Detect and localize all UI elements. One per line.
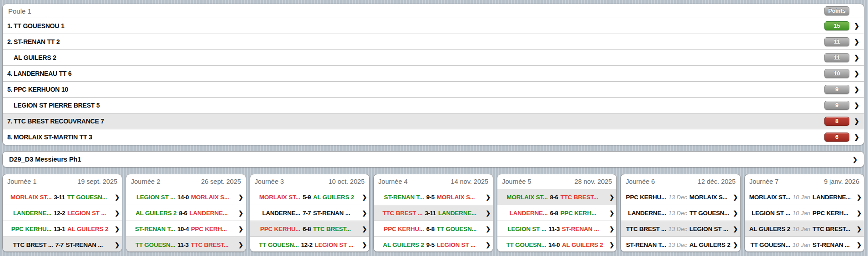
round-date: 12 déc. 2025 <box>698 178 736 185</box>
standings-row[interactable]: 4.LANDERNEAU TT 610❯ <box>3 65 864 81</box>
standings-row[interactable]: 8.MORLAIX ST-MARTIN TT 36❯ <box>3 129 864 145</box>
standings-row[interactable]: AL GUILERS 211❯ <box>3 49 864 65</box>
home-team: PPC KERHU... <box>377 226 424 232</box>
match-row[interactable]: LANDERNE...6-8PPC KERH...❯ <box>497 205 616 221</box>
chevron-right-icon[interactable]: ❯ <box>484 210 491 217</box>
team-name: PPC KERHUON 10 <box>13 86 68 93</box>
match-row[interactable]: LEGION ST ...14-0MORLAIX S...❯ <box>126 189 245 205</box>
round-title: Journée 7 <box>749 178 779 185</box>
home-team: AL GUILERS 2 <box>129 210 177 217</box>
chevron-right-icon[interactable]: ❯ <box>853 156 858 163</box>
match-score: 8-6 <box>548 194 560 201</box>
away-team: AL GUILERS 2 <box>313 194 360 201</box>
match-row[interactable]: LEGION ST ...10 JanPPC KERH...❯ <box>745 205 864 221</box>
chevron-right-icon[interactable]: ❯ <box>731 226 738 232</box>
chevron-right-icon[interactable]: ❯ <box>855 194 862 201</box>
home-team: ST-RENAN T... <box>377 194 424 201</box>
match-date: 13 Dec <box>666 226 689 232</box>
chevron-right-icon[interactable]: ❯ <box>237 241 243 248</box>
match-row[interactable]: TTC BREST ...7-7ST-RENAN ...❯ <box>3 236 122 252</box>
match-row[interactable]: LANDERNE...7-7ST-RENAN ...❯ <box>250 205 369 221</box>
chevron-right-icon[interactable]: ❯ <box>849 118 864 125</box>
home-team: TTC BREST ... <box>377 210 423 217</box>
match-row[interactable]: TT GOUESN...12-2LEGION ST ...❯ <box>250 236 369 252</box>
chevron-right-icon[interactable]: ❯ <box>731 194 738 201</box>
team-name: LEGION ST PIERRE BREST 5 <box>13 102 100 109</box>
away-team: ST-RENAN ... <box>813 241 855 248</box>
standings-row[interactable]: 1.TT GOUESNOU 115❯ <box>3 18 864 34</box>
chevron-right-icon[interactable]: ❯ <box>607 241 614 248</box>
match-row[interactable]: ST-RENAN T...13 DecAL GUILERS 2❯ <box>621 236 740 252</box>
chevron-right-icon[interactable]: ❯ <box>849 102 864 109</box>
standings-row[interactable]: 5.PPC KERHUON 109❯ <box>3 81 864 97</box>
away-team: ST-RENAN ... <box>313 210 360 217</box>
match-row[interactable]: MORLAIX ST...3-11TT GOUESN...❯ <box>3 189 122 205</box>
chevron-right-icon[interactable]: ❯ <box>607 210 614 217</box>
chevron-right-icon[interactable]: ❯ <box>237 226 243 232</box>
chevron-right-icon[interactable]: ❯ <box>849 22 864 30</box>
chevron-right-icon[interactable]: ❯ <box>849 38 864 45</box>
standings-row[interactable]: LEGION ST PIERRE BREST 59❯ <box>3 97 864 113</box>
match-row[interactable]: LEGION ST ...11-3ST-RENAN ...❯ <box>497 221 616 236</box>
match-row[interactable]: TTC BREST ...13 DecLEGION ST ...❯ <box>621 221 740 236</box>
chevron-right-icon[interactable]: ❯ <box>849 54 864 61</box>
division-card[interactable]: D29_D3 Messieurs Ph1 ❯ <box>2 151 864 167</box>
match-row[interactable]: AL GUILERS 210 JanTTC BREST...❯ <box>745 221 864 236</box>
match-row[interactable]: MORLAIX ST...8-6TTC BREST...❯ <box>497 189 616 205</box>
chevron-right-icon[interactable]: ❯ <box>849 86 864 93</box>
away-team: LEGION ST ... <box>315 241 360 248</box>
match-row[interactable]: TT GOUESN...14-0AL GUILERS 2❯ <box>497 236 616 252</box>
match-row[interactable]: PPC KERHU...6-8TT GOUESN...❯ <box>374 221 493 236</box>
home-team: TT GOUESN... <box>748 241 790 248</box>
chevron-right-icon[interactable]: ❯ <box>855 210 862 217</box>
points-badge: 8 <box>824 117 849 126</box>
chevron-right-icon[interactable]: ❯ <box>113 210 119 217</box>
round-date: 14 nov. 2025 <box>451 178 488 185</box>
match-row[interactable]: MORLAIX ST...5-9AL GUILERS 2❯ <box>250 189 369 205</box>
chevron-right-icon[interactable]: ❯ <box>607 194 614 201</box>
match-row[interactable]: LANDERNE...12-2LEGION ST ...❯ <box>3 205 122 221</box>
chevron-right-icon[interactable]: ❯ <box>849 133 864 141</box>
match-row[interactable]: MORLAIX ST...10 JanLANDERNE...❯ <box>745 189 864 205</box>
match-row[interactable]: PPC KERHU...6-8TTC BREST...❯ <box>250 221 369 236</box>
away-team: LEGION ST ... <box>67 210 113 217</box>
chevron-right-icon[interactable]: ❯ <box>484 194 491 201</box>
chevron-right-icon[interactable]: ❯ <box>113 241 119 248</box>
chevron-right-icon[interactable]: ❯ <box>360 226 367 232</box>
round-card: Journée 79 janv. 2026MORLAIX ST...10 Jan… <box>744 174 864 252</box>
rank-label: 5. <box>3 86 13 93</box>
chevron-right-icon[interactable]: ❯ <box>849 70 864 77</box>
chevron-right-icon[interactable]: ❯ <box>237 194 243 201</box>
chevron-right-icon[interactable]: ❯ <box>237 210 243 217</box>
points-badge: 9 <box>824 101 849 110</box>
match-row[interactable]: ST-RENAN T...10-4PPC KERH...❯ <box>126 221 245 236</box>
match-row[interactable]: PPC KERHU...13-1AL GUILERS 2❯ <box>3 221 122 236</box>
match-score: 7-7 <box>300 210 313 217</box>
match-row[interactable]: TT GOUESN...10 JanST-RENAN ...❯ <box>745 236 864 252</box>
match-row[interactable]: ST-RENAN T...9-5MORLAIX S...❯ <box>374 189 493 205</box>
away-team: TTC BREST... <box>313 226 360 232</box>
match-score: 10-4 <box>175 226 191 232</box>
chevron-right-icon[interactable]: ❯ <box>855 226 862 232</box>
home-team: AL GUILERS 2 <box>748 226 790 232</box>
standings-row[interactable]: 7.TTC BREST RECOUVRANCE 78❯ <box>3 113 864 129</box>
chevron-right-icon[interactable]: ❯ <box>113 194 119 201</box>
chevron-right-icon[interactable]: ❯ <box>360 241 367 248</box>
match-row[interactable]: AL GUILERS 29-5LEGION ST ...❯ <box>374 236 493 252</box>
chevron-right-icon[interactable]: ❯ <box>607 226 614 232</box>
chevron-right-icon[interactable]: ❯ <box>113 226 119 232</box>
chevron-right-icon[interactable]: ❯ <box>731 210 738 217</box>
chevron-right-icon[interactable]: ❯ <box>360 194 367 201</box>
match-row[interactable]: TTC BREST ...3-11LANDERNE...❯ <box>374 205 493 221</box>
match-row[interactable]: LANDERNE...13 DecTT GOUESN...❯ <box>621 205 740 221</box>
match-row[interactable]: TT GOUESN...11-3TTC BREST...❯ <box>126 236 245 252</box>
match-score: 11-3 <box>175 241 191 248</box>
chevron-right-icon[interactable]: ❯ <box>484 241 491 248</box>
match-row[interactable]: AL GUILERS 28-6LANDERNE...❯ <box>126 205 245 221</box>
chevron-right-icon[interactable]: ❯ <box>855 241 862 248</box>
standings-row[interactable]: 2.ST-RENAN TT 211❯ <box>3 34 864 49</box>
chevron-right-icon[interactable]: ❯ <box>360 210 367 217</box>
chevron-right-icon[interactable]: ❯ <box>484 226 491 232</box>
match-row[interactable]: PPC KERHU...13 DecMORLAIX S...❯ <box>621 189 740 205</box>
chevron-right-icon[interactable]: ❯ <box>731 241 738 248</box>
